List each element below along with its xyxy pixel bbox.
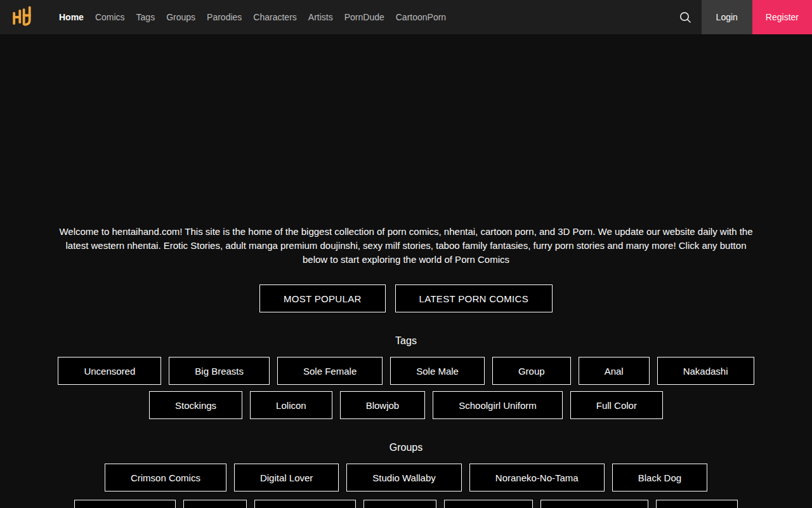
groups-heading: Groups: [0, 442, 812, 453]
cta-row: MOST POPULAR LATEST PORN COMICS: [0, 284, 812, 312]
search-icon: [679, 11, 691, 23]
group-button-studio-wallaby[interactable]: Studio Wallaby: [346, 464, 462, 491]
group-button-partial[interactable]: [74, 500, 176, 508]
tag-button-big-breasts[interactable]: Big Breasts: [169, 357, 270, 385]
latest-porn-comics-button[interactable]: LATEST PORN COMICS: [395, 284, 553, 312]
site-logo[interactable]: [9, 3, 34, 31]
group-button-partial[interactable]: [254, 500, 356, 508]
group-button-crimson-comics[interactable]: Crimson Comics: [105, 464, 226, 491]
login-button[interactable]: Login: [702, 0, 752, 34]
nav-item-characters[interactable]: Characters: [247, 12, 302, 22]
tag-button-sole-male[interactable]: Sole Male: [390, 357, 485, 385]
welcome-text: Welcome to hentaihand.com! This site is …: [56, 225, 756, 266]
tag-button-nakadashi[interactable]: Nakadashi: [657, 357, 754, 385]
groups-row-1: Crimson Comics Digital Lover Studio Wall…: [0, 464, 812, 491]
group-button-partial[interactable]: [183, 500, 247, 508]
nav-item-tags[interactable]: Tags: [131, 12, 161, 22]
tag-button-uncensored[interactable]: Uncensored: [58, 357, 161, 385]
tag-button-full-color[interactable]: Full Color: [570, 391, 663, 419]
tag-button-sole-female[interactable]: Sole Female: [277, 357, 383, 385]
nav-item-parodies[interactable]: Parodies: [201, 12, 247, 22]
navbar-right: Login Register: [669, 0, 812, 34]
tags-row-1: Uncensored Big Breasts Sole Female Sole …: [0, 357, 812, 385]
nav-item-cartoonporn[interactable]: CartoonPorn: [390, 12, 452, 22]
most-popular-button[interactable]: MOST POPULAR: [259, 284, 386, 312]
nav-item-groups[interactable]: Groups: [160, 12, 201, 22]
group-button-black-dog[interactable]: Black Dog: [612, 464, 707, 491]
tags-row-2: Stockings Lolicon Blowjob Schoolgirl Uni…: [0, 391, 812, 419]
search-button[interactable]: [669, 0, 702, 34]
main-nav: Home Comics Tags Groups Parodies Charact…: [53, 12, 452, 22]
group-button-partial[interactable]: [656, 500, 738, 508]
tag-button-schoolgirl-uniform[interactable]: Schoolgirl Uniform: [433, 391, 563, 419]
groups-row-2-partial: [0, 500, 812, 508]
hh-logo-icon: [9, 3, 34, 31]
navbar: Home Comics Tags Groups Parodies Charact…: [0, 0, 812, 34]
register-button[interactable]: Register: [752, 0, 812, 34]
group-button-noraneko-no-tama[interactable]: Noraneko-No-Tama: [469, 464, 605, 491]
tags-heading: Tags: [0, 335, 812, 347]
tag-button-group[interactable]: Group: [492, 357, 571, 385]
nav-item-comics[interactable]: Comics: [89, 12, 131, 22]
nav-item-porndude[interactable]: PornDude: [339, 12, 390, 22]
nav-item-artists[interactable]: Artists: [303, 12, 339, 22]
tag-button-anal[interactable]: Anal: [579, 357, 650, 385]
group-button-partial[interactable]: [540, 500, 648, 508]
tag-button-lolicon[interactable]: Lolicon: [250, 391, 332, 419]
group-button-partial[interactable]: [363, 500, 436, 508]
group-button-partial[interactable]: [444, 500, 533, 508]
nav-item-home[interactable]: Home: [53, 12, 89, 22]
tag-button-stockings[interactable]: Stockings: [149, 391, 242, 419]
tag-button-blowjob[interactable]: Blowjob: [340, 391, 426, 419]
group-button-digital-lover[interactable]: Digital Lover: [234, 464, 339, 491]
